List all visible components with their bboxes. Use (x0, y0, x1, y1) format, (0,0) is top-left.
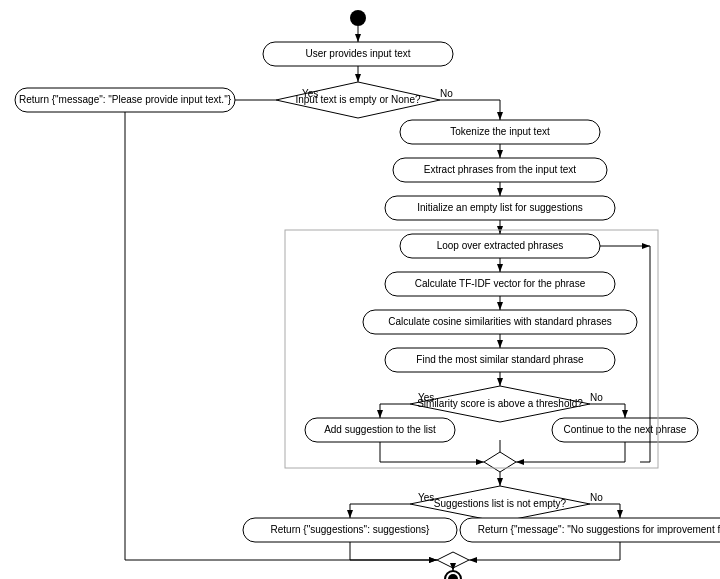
node-extract-label: Extract phrases from the input text (424, 164, 577, 175)
node-init-list-label: Initialize an empty list for suggestions (417, 202, 583, 213)
node-merge2 (437, 552, 469, 568)
node-tokenize-label: Tokenize the input text (450, 126, 550, 137)
node-user-input-label: User provides input text (305, 48, 410, 59)
node-return-suggestions-label: Return {"suggestions": suggestions} (271, 524, 431, 535)
node-find-similar-label: Find the most similar standard phrase (416, 354, 584, 365)
label-no-suggestions: No (590, 492, 603, 503)
node-return-no-suggestions-label: Return {"message": "No suggestions for i… (478, 524, 720, 535)
node-threshold-check-label: Similarity score is above a threshold? (417, 398, 583, 409)
node-cosine-label: Calculate cosine similarities with stand… (388, 316, 611, 327)
start-node (350, 10, 366, 26)
node-add-suggestion-label: Add suggestion to the list (324, 424, 436, 435)
node-loop-label: Loop over extracted phrases (437, 240, 564, 251)
node-tfidf-label: Calculate TF-IDF vector for the phrase (415, 278, 586, 289)
node-suggestions-check-label: Suggestions list is not empty? (434, 498, 567, 509)
label-yes-threshold: Yes (418, 392, 434, 403)
label-yes-empty: Yes (302, 88, 318, 99)
label-yes-suggestions: Yes (418, 492, 434, 503)
label-no-threshold: No (590, 392, 603, 403)
node-return-error-label: Return {"message": "Please provide input… (19, 94, 232, 105)
node-merge1 (484, 452, 516, 472)
label-no-empty: No (440, 88, 453, 99)
node-next-phrase-label: Continue to the next phrase (564, 424, 687, 435)
